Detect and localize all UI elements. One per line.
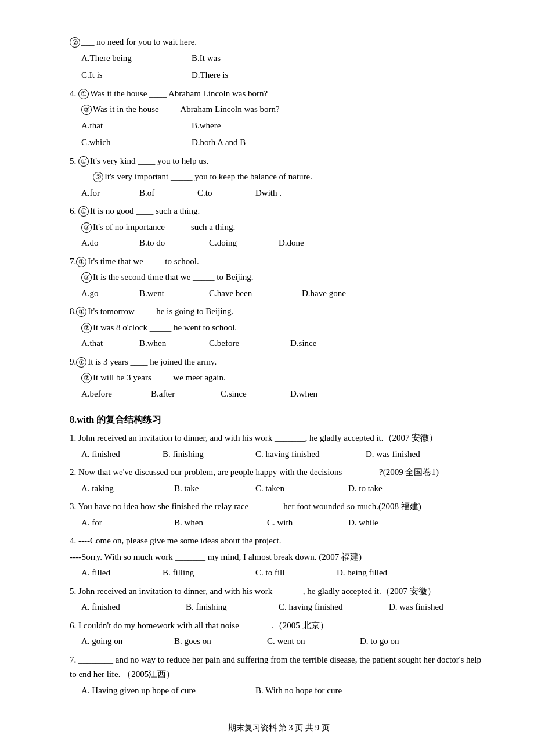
- q4-optB: B.where: [192, 118, 302, 134]
- s8q4-body2: ----Sorry. With so much work _______ my …: [70, 552, 362, 561]
- q5-optA: A.for: [81, 186, 139, 201]
- q5-section: 5. ①It's very kind ____ you to help us. …: [70, 154, 488, 201]
- q8-section: 8.①It's tomorrow ____ he is going to Bei…: [70, 304, 488, 351]
- s8q2-body: Now that we've discussed our problem, ar…: [78, 467, 439, 477]
- q4-optD: D.both A and B: [192, 135, 302, 150]
- s8q7-section: 7. ________ and no way to reduce her pai…: [70, 653, 488, 699]
- q5-text1: It's very kind ____ you to help us.: [90, 156, 208, 165]
- q2-circle2-line: ②___ no need for you to wait here.: [70, 35, 488, 50]
- q9-optB: B.after: [151, 387, 221, 402]
- s8q4-optD: D. being filled: [337, 566, 441, 581]
- s8q2-optD: D. to take: [348, 481, 430, 496]
- q4-line1: 4. ①Was it the house ____ Abraham Lincol…: [70, 87, 488, 102]
- s8q6-optA: A. going on: [81, 634, 174, 649]
- s8q4-text1: 4. ----Come on, please give me some idea…: [70, 534, 488, 549]
- q7-section: 7.①It's time that we ____ to school. ②It…: [70, 254, 488, 301]
- s8q3-optC: C. with: [267, 516, 348, 531]
- s8q2-optB: B. take: [174, 481, 255, 496]
- s8q4-num: 4.: [70, 536, 76, 545]
- q6-num: 6.: [70, 206, 78, 215]
- q8-circle1-icon: ①: [76, 307, 86, 317]
- q4-options2: C.which D.both A and B: [81, 135, 488, 150]
- q6-optA: A.do: [81, 236, 139, 251]
- q8-circle2-icon: ②: [81, 323, 92, 333]
- q7-line1: 7.①It's time that we ____ to school.: [70, 254, 488, 269]
- s8q3-optA: A. for: [81, 516, 174, 531]
- q6-options: A.do B.to do C.doing D.done: [81, 236, 488, 251]
- s8q7-body1: ________ and no way to reduce her pain a…: [70, 655, 481, 679]
- s8q6-optB: B. goes on: [174, 634, 267, 649]
- page-footer: 期末复习资料 第 3 页 共 9 页: [70, 721, 488, 735]
- s8q7-optB: B. With no hope for cure: [255, 683, 418, 699]
- s8q5-body: John received an invitation to dinner, a…: [78, 586, 436, 596]
- q5-circle1-icon: ①: [78, 156, 89, 167]
- s8q5-optA: A. finished: [81, 600, 186, 615]
- s8q5-optC: C. having finished: [279, 600, 389, 615]
- q7-circle2-icon: ②: [81, 272, 92, 283]
- q6-circle1-icon: ①: [78, 206, 89, 217]
- q9-num: 9.: [70, 357, 76, 366]
- q9-optA: A.before: [81, 387, 151, 402]
- s8q5-text: 5. John received an invitation to dinner…: [70, 584, 488, 599]
- s8q2-optA: A. taking: [81, 481, 174, 496]
- q5-line1: 5. ①It's very kind ____ you to help us.: [70, 154, 488, 169]
- s8q1-optC: C. having finished: [255, 447, 366, 462]
- s8q1-text: 1. John received an invitation to dinner…: [70, 431, 488, 446]
- s8q1-optA: A. finished: [81, 447, 163, 462]
- q5-optC: C.to: [197, 186, 255, 201]
- s8q1-options: A. finished B. finishing C. having finis…: [81, 447, 488, 462]
- s8q6-options: A. going on B. goes on C. went on D. to …: [81, 634, 488, 649]
- s8q6-num: 6.: [70, 621, 76, 630]
- q2-optB: B.It was: [192, 51, 302, 66]
- q4-options1: A.that B.where: [81, 118, 488, 134]
- q5-line2: ②It's very important _____ you to keep t…: [93, 170, 488, 185]
- s8q7-num: 7.: [70, 655, 76, 664]
- q8-line1: 8.①It's tomorrow ____ he is going to Bei…: [70, 304, 488, 319]
- s8q2-section: 2. Now that we've discussed our problem,…: [70, 465, 488, 496]
- s8q6-optC: C. went on: [267, 634, 360, 649]
- q6-text2: It's of no importance _____ such a thing…: [93, 222, 235, 232]
- s8q3-body: You have no idea how she finished the re…: [78, 502, 421, 511]
- s8q3-num: 3.: [70, 502, 76, 511]
- q6-section: 6. ①It is no good ____ such a thing. ②It…: [70, 204, 488, 251]
- s8q7-options: A. Having given up hope of cure B. With …: [81, 683, 488, 699]
- s8q4-optC: C. to fill: [255, 566, 337, 581]
- q5-text2: It's very important _____ you to keep th…: [104, 172, 312, 181]
- q4-text1: Was it the house ____ Abraham Lincoln wa…: [90, 89, 268, 98]
- q7-optA: A.go: [81, 286, 139, 301]
- s8q7-optA: A. Having given up hope of cure: [81, 683, 255, 699]
- q9-line2: ②It will be 3 years ____ we meet again.: [81, 370, 488, 386]
- s8q5-section: 5. John received an invitation to dinner…: [70, 584, 488, 615]
- q5-options: A.for B.of C.to Dwith .: [81, 186, 488, 201]
- s8q2-num: 2.: [70, 467, 76, 477]
- q7-num: 7.: [70, 257, 76, 266]
- q4-circle1-icon: ①: [78, 89, 89, 99]
- q5-optB: B.of: [139, 186, 197, 201]
- q8-text2: It was 8 o'clock _____ he went to school…: [93, 323, 237, 332]
- q4-optA: A.that: [81, 118, 192, 134]
- q7-optC: C.have been: [209, 286, 302, 301]
- q2-text: ___ no need for you to wait here.: [81, 37, 197, 46]
- s8q3-optD: D. while: [348, 516, 430, 531]
- q2-section: ②___ no need for you to wait here. A.The…: [70, 35, 488, 83]
- q6-optD: D.done: [279, 236, 337, 251]
- q8-optB: B.when: [139, 336, 209, 351]
- q9-text2: It will be 3 years ____ we meet again.: [93, 373, 226, 382]
- s8q3-options: A. for B. when C. with D. while: [81, 516, 488, 531]
- s8q5-optB: B. finishing: [186, 600, 279, 615]
- page-container: ②___ no need for you to wait here. A.The…: [70, 35, 488, 735]
- q9-section: 9.①It is 3 years ____ he joined the army…: [70, 355, 488, 402]
- s8q4-options: A. filled B. filling C. to fill D. being…: [81, 566, 488, 581]
- q6-line1: 6. ①It is no good ____ such a thing.: [70, 204, 488, 219]
- q5-circle2-icon: ②: [93, 172, 103, 182]
- s8q6-optD: D. to go on: [360, 634, 453, 649]
- footer-text: 期末复习资料 第 3 页 共 9 页: [228, 723, 330, 732]
- s8q4-optA: A. filled: [81, 566, 163, 581]
- s8q2-optC: C. taken: [255, 481, 348, 496]
- circle2-icon: ②: [70, 37, 80, 48]
- s8q4-section: 4. ----Come on, please give me some idea…: [70, 534, 488, 581]
- s8q2-text: 2. Now that we've discussed our problem,…: [70, 465, 488, 480]
- q9-optD: D.when: [290, 387, 360, 402]
- s8q1-optB: B. finishing: [163, 447, 255, 462]
- q2-optD: D.There is: [192, 68, 302, 83]
